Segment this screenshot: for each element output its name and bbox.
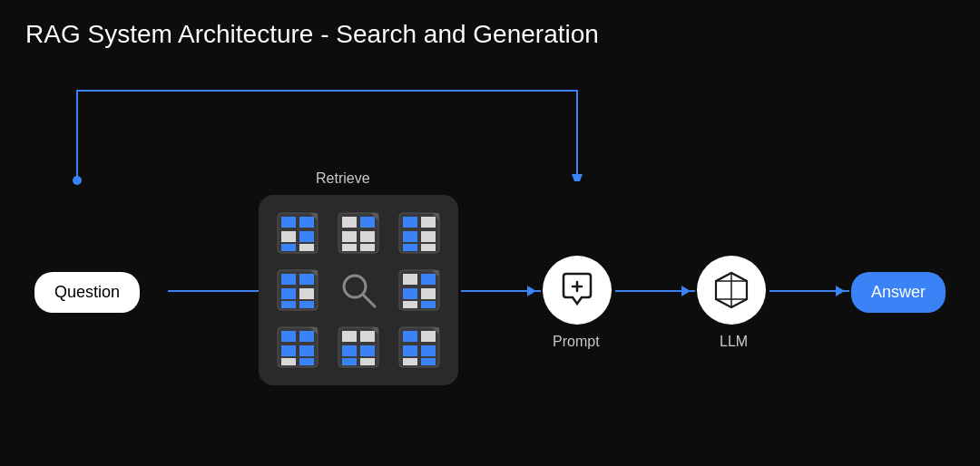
svg-marker-0 xyxy=(572,174,583,181)
svg-rect-2 xyxy=(281,217,296,228)
svg-rect-44 xyxy=(281,331,296,342)
svg-rect-56 xyxy=(342,358,357,365)
svg-rect-28 xyxy=(281,288,296,299)
svg-rect-6 xyxy=(281,244,296,251)
svg-rect-48 xyxy=(281,358,296,365)
svg-rect-22 xyxy=(403,244,417,251)
svg-rect-19 xyxy=(421,217,436,228)
answer-bubble: Answer xyxy=(851,272,946,313)
svg-rect-29 xyxy=(299,288,314,299)
prompt-label: Prompt xyxy=(553,334,600,350)
svg-rect-54 xyxy=(342,345,357,356)
svg-line-34 xyxy=(363,295,375,306)
svg-rect-37 xyxy=(421,274,436,285)
arrow-llm-to-answer xyxy=(769,290,849,292)
prompt-circle-overlay xyxy=(543,256,612,325)
svg-rect-30 xyxy=(281,301,296,308)
svg-rect-36 xyxy=(403,274,417,285)
llm-label: LLM xyxy=(720,334,748,350)
svg-rect-23 xyxy=(421,244,436,251)
svg-rect-31 xyxy=(299,301,314,308)
retrieve-label: Retrieve xyxy=(316,170,370,187)
svg-rect-3 xyxy=(299,217,314,228)
svg-line-79 xyxy=(731,273,747,281)
arrow-retrieve-to-prompt xyxy=(461,290,541,292)
page-title: RAG System Architecture - Search and Gen… xyxy=(25,20,599,49)
svg-rect-55 xyxy=(360,345,375,356)
llm-circle xyxy=(697,256,766,325)
svg-line-80 xyxy=(716,273,731,281)
svg-rect-41 xyxy=(421,301,436,308)
svg-rect-21 xyxy=(421,231,436,242)
svg-rect-38 xyxy=(403,288,417,299)
svg-rect-15 xyxy=(360,244,375,251)
svg-rect-60 xyxy=(403,331,417,342)
doc-icon-2 xyxy=(332,208,386,257)
svg-rect-18 xyxy=(403,217,417,228)
svg-rect-26 xyxy=(281,274,296,285)
svg-rect-12 xyxy=(342,231,357,242)
svg-rect-10 xyxy=(342,217,357,228)
search-icon xyxy=(332,265,386,315)
retrieve-box xyxy=(259,195,458,385)
svg-rect-40 xyxy=(403,301,417,308)
svg-rect-63 xyxy=(421,345,436,356)
doc-icon-6 xyxy=(392,265,446,315)
doc-icon-1 xyxy=(271,208,325,257)
svg-rect-46 xyxy=(281,345,296,356)
svg-rect-47 xyxy=(299,345,314,356)
svg-rect-7 xyxy=(299,244,314,251)
svg-rect-39 xyxy=(421,288,436,299)
svg-rect-62 xyxy=(403,345,417,356)
svg-rect-14 xyxy=(342,244,357,251)
doc-icon-8 xyxy=(332,323,386,373)
svg-rect-27 xyxy=(299,274,314,285)
svg-rect-57 xyxy=(360,358,375,365)
svg-rect-53 xyxy=(360,331,375,342)
arrow-prompt-to-llm xyxy=(615,290,695,292)
svg-rect-11 xyxy=(360,217,375,228)
svg-rect-5 xyxy=(299,231,314,242)
svg-rect-61 xyxy=(421,331,436,342)
svg-rect-52 xyxy=(342,331,357,342)
document-grid xyxy=(271,208,446,373)
doc-icon-3 xyxy=(392,208,446,257)
doc-icon-9 xyxy=(392,323,446,373)
svg-rect-64 xyxy=(403,358,417,365)
arc-dot xyxy=(73,176,82,185)
question-bubble: Question xyxy=(34,272,140,313)
svg-rect-49 xyxy=(299,358,314,365)
svg-rect-13 xyxy=(360,231,375,242)
doc-icon-4 xyxy=(271,265,325,315)
svg-rect-4 xyxy=(281,231,296,242)
doc-icon-7 xyxy=(271,323,325,373)
svg-rect-65 xyxy=(421,358,436,365)
svg-rect-20 xyxy=(403,231,417,242)
llm-icon xyxy=(710,269,752,311)
arrow-question-to-retrieve xyxy=(168,290,272,292)
svg-rect-45 xyxy=(299,331,314,342)
